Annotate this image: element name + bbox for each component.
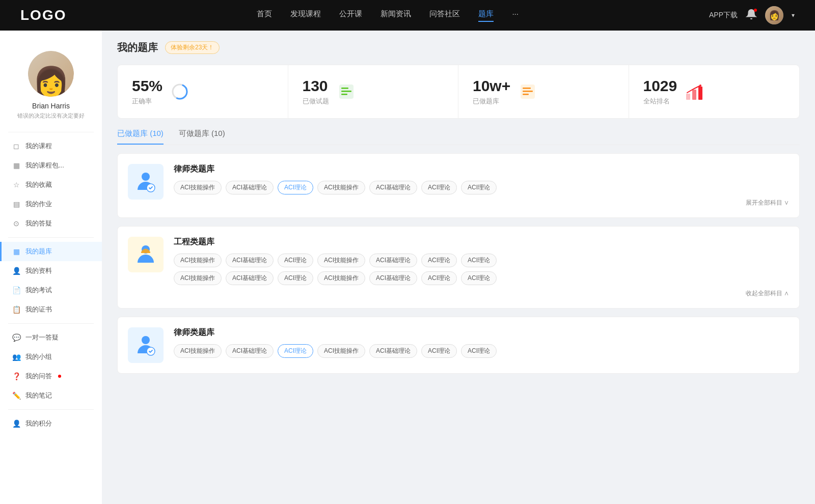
sidebar-item-certificate[interactable]: 📋 我的证书 bbox=[0, 300, 102, 319]
tag[interactable]: ACI基础理论 bbox=[369, 344, 417, 358]
tag[interactable]: ACI理论 bbox=[421, 181, 457, 194]
notification-dot bbox=[754, 9, 757, 12]
tag-row-lawyer-1: ACI技能操作 ACI基础理论 ACI理论 ACI技能操作 ACI基础理论 AC… bbox=[174, 181, 789, 194]
sidebar-item-label: 我的小组 bbox=[25, 352, 52, 361]
notification-bell[interactable] bbox=[746, 9, 757, 22]
nav-question-bank[interactable]: 题库 bbox=[478, 9, 494, 22]
stat-text-rank: 1029 全站排名 bbox=[643, 77, 677, 106]
tag[interactable]: ACI基础理论 bbox=[369, 181, 417, 194]
lawyer-icon-2 bbox=[128, 327, 164, 363]
stat-done-banks: 10w+ 已做题库 bbox=[458, 65, 629, 118]
sidebar-item-one-to-one[interactable]: 💬 一对一答疑 bbox=[0, 328, 102, 347]
stat-rank: 1029 全站排名 bbox=[629, 65, 800, 118]
category-title-lawyer-1: 律师类题库 bbox=[174, 164, 789, 175]
tag[interactable]: ACI理论 bbox=[278, 271, 313, 285]
tag[interactable]: ACI基础理论 bbox=[226, 254, 274, 267]
sidebar-item-label: 我的资料 bbox=[25, 266, 52, 275]
tag-row-engineer-1: ACI技能操作 ACI基础理论 ACI理论 ACI技能操作 ACI基础理论 AC… bbox=[174, 254, 789, 267]
sidebar-item-favorites[interactable]: ☆ 我的收藏 bbox=[0, 175, 102, 194]
tag[interactable]: ACI技能操作 bbox=[317, 271, 365, 285]
sidebar-item-label: 我的证书 bbox=[25, 305, 52, 314]
tag[interactable]: ACI理论 bbox=[461, 344, 497, 358]
done-questions-icon bbox=[336, 81, 357, 102]
nav-news[interactable]: 新闻资讯 bbox=[381, 9, 411, 22]
sidebar-item-label: 我的课程 bbox=[25, 142, 52, 151]
sidebar-item-label: 我的笔记 bbox=[25, 391, 52, 400]
my-questions-icon: ❓ bbox=[12, 372, 20, 380]
sidebar-item-exam[interactable]: 📄 我的考试 bbox=[0, 281, 102, 300]
stat-label-correct-rate: 正确率 bbox=[132, 97, 162, 106]
sidebar-item-group[interactable]: 👥 我的小组 bbox=[0, 347, 102, 367]
sidebar-item-my-course[interactable]: ◻ 我的课程 bbox=[0, 136, 102, 156]
nav-discover[interactable]: 发现课程 bbox=[290, 9, 321, 22]
nav-qa[interactable]: 问答社区 bbox=[429, 9, 460, 22]
sidebar-item-my-data[interactable]: 👤 我的资料 bbox=[0, 261, 102, 281]
tag[interactable]: ACI基础理论 bbox=[226, 271, 274, 285]
stat-text-done-questions: 130 已做试题 bbox=[303, 77, 329, 106]
tag[interactable]: ACI基础理论 bbox=[369, 254, 417, 267]
tag[interactable]: ACI技能操作 bbox=[174, 271, 222, 285]
svg-point-13 bbox=[699, 85, 701, 87]
tag[interactable]: ACI理论 bbox=[461, 181, 497, 194]
stat-label-done-banks: 已做题库 bbox=[473, 97, 510, 106]
tag[interactable]: ACI基础理论 bbox=[226, 181, 274, 194]
main-header: 我的题库 体验剩余23天！ bbox=[117, 41, 800, 54]
tab-row: 已做题库 (10) 可做题库 (10) bbox=[117, 129, 800, 145]
tag[interactable]: ACI技能操作 bbox=[317, 181, 365, 194]
user-menu-caret[interactable]: ▾ bbox=[792, 12, 795, 19]
tab-done-banks[interactable]: 已做题库 (10) bbox=[117, 129, 164, 145]
tag[interactable]: ACI理论 bbox=[421, 344, 457, 358]
logo: LOGO bbox=[20, 7, 66, 23]
nav-more[interactable]: ··· bbox=[512, 9, 519, 22]
expand-link-lawyer-1[interactable]: 展开全部科目 ∨ bbox=[174, 199, 789, 207]
svg-rect-3 bbox=[341, 88, 348, 89]
points-icon: 👤 bbox=[12, 419, 20, 428]
sidebar-item-points[interactable]: 👤 我的积分 bbox=[0, 414, 102, 433]
tag[interactable]: ACI基础理论 bbox=[226, 344, 274, 358]
tag[interactable]: ACI理论 bbox=[421, 271, 457, 285]
category-card-lawyer-2: 律师类题库 ACI技能操作 ACI基础理论 ACI理论 ACI技能操作 ACI基… bbox=[117, 317, 800, 374]
avatar-image: 👩 bbox=[28, 51, 74, 97]
nav-open-course[interactable]: 公开课 bbox=[339, 9, 362, 22]
tab-available-banks[interactable]: 可做题库 (10) bbox=[179, 129, 225, 145]
nav-right: APP下载 👩 ▾ bbox=[709, 6, 795, 24]
sidebar-item-course-package[interactable]: ▦ 我的课程包... bbox=[0, 156, 102, 175]
sidebar-item-homework[interactable]: ▤ 我的作业 bbox=[0, 194, 102, 214]
sidebar-item-qa[interactable]: ⊙ 我的答疑 bbox=[0, 214, 102, 233]
tag[interactable]: ACI理论 bbox=[421, 254, 457, 267]
stat-text-correct-rate: 55% 正确率 bbox=[132, 77, 162, 106]
page-title: 我的题库 bbox=[117, 41, 158, 54]
tag[interactable]: ACI技能操作 bbox=[174, 181, 222, 194]
main-layout: 👩 Brian Harris 错误的决定比没有决定要好 ◻ 我的课程 ▦ 我的课… bbox=[0, 31, 815, 504]
tag[interactable]: ACI理论 bbox=[278, 254, 313, 267]
stat-value-done-questions: 130 bbox=[303, 77, 329, 95]
tag-active[interactable]: ACI理论 bbox=[278, 344, 313, 358]
svg-point-18 bbox=[142, 336, 150, 344]
sidebar-item-notes[interactable]: ✏️ 我的笔记 bbox=[0, 386, 102, 405]
sidebar-item-my-questions[interactable]: ❓ 我的问答 bbox=[0, 367, 102, 386]
stats-row: 55% 正确率 130 已做试题 bbox=[117, 65, 800, 119]
navigation: LOGO 首页 发现课程 公开课 新闻资讯 问答社区 题库 ··· APP下载 … bbox=[0, 0, 815, 31]
expand-link-engineer[interactable]: 收起全部科目 ∧ bbox=[174, 289, 789, 298]
stat-label-done-questions: 已做试题 bbox=[303, 97, 329, 106]
category-title-lawyer-2: 律师类题库 bbox=[174, 327, 789, 338]
sidebar-item-label: 我的考试 bbox=[25, 286, 52, 295]
exam-icon: 📄 bbox=[12, 286, 20, 294]
nav-home[interactable]: 首页 bbox=[257, 9, 272, 22]
tag[interactable]: ACI理论 bbox=[461, 254, 497, 267]
tag[interactable]: ACI基础理论 bbox=[369, 271, 417, 285]
tag-row-engineer-2: ACI技能操作 ACI基础理论 ACI理论 ACI技能操作 ACI基础理论 AC… bbox=[174, 271, 789, 285]
tag[interactable]: ACI技能操作 bbox=[174, 254, 222, 267]
svg-rect-12 bbox=[698, 87, 702, 100]
tag[interactable]: ACI理论 bbox=[461, 271, 497, 285]
trial-badge: 体验剩余23天！ bbox=[165, 41, 220, 54]
tag[interactable]: ACI技能操作 bbox=[174, 344, 222, 358]
app-download-link[interactable]: APP下载 bbox=[709, 11, 738, 20]
avatar[interactable]: 👩 bbox=[765, 6, 783, 24]
tag-active[interactable]: ACI理论 bbox=[278, 181, 313, 194]
tag[interactable]: ACI技能操作 bbox=[317, 344, 365, 358]
sidebar-item-question-bank[interactable]: ▦ 我的题库 bbox=[0, 242, 102, 261]
sidebar-item-label: 我的积分 bbox=[25, 419, 52, 428]
stat-value-correct-rate: 55% bbox=[132, 77, 162, 95]
tag[interactable]: ACI技能操作 bbox=[317, 254, 365, 267]
